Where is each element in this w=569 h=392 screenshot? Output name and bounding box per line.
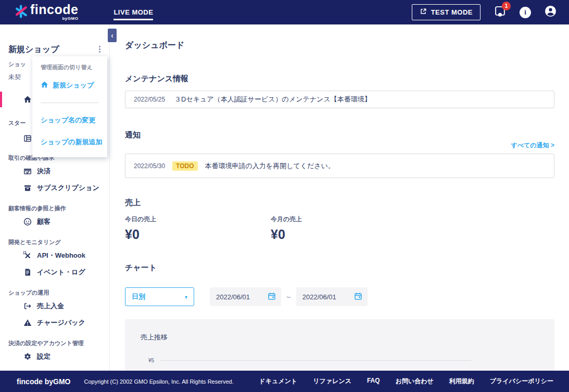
external-link-icon <box>420 8 427 17</box>
payout-icon <box>23 302 32 310</box>
today-sales-label: 今日の売上 <box>125 215 271 224</box>
maintenance-message: ３Dセキュア（本人認証サービス）のメンテナンス【本番環境】 <box>174 95 371 104</box>
notification-item[interactable]: 2022/05/30 TODO 本番環境申請の入力を再開してください。 <box>125 154 554 178</box>
notification-date: 2022/05/30 <box>134 162 165 170</box>
today-sales-value: ¥0 <box>125 227 271 242</box>
sidebar-item-event-log[interactable]: イベント・ログ <box>0 264 109 281</box>
footer-brand: fincode byGMO <box>17 377 70 386</box>
menu-divider <box>41 103 99 103</box>
chart-heading: チャート <box>125 263 554 273</box>
active-indicator <box>0 92 2 107</box>
chevron-down-icon: ▾ <box>185 294 187 300</box>
fincode-star-icon <box>15 3 28 22</box>
logo-sub-text: byGMO <box>62 17 78 21</box>
notification-message: 本番環境申請の入力を再開してください。 <box>205 161 335 171</box>
sidebar-item-label: API・Webhook <box>37 251 85 260</box>
main-content: ダッシュボード メンテナンス情報 2022/05/25 ３Dセキュア（本人認証サ… <box>110 24 569 371</box>
chart-period-value: 日別 <box>132 292 145 301</box>
gridline <box>160 360 471 361</box>
top-navbar: fincode byGMO LIVE MODE TEST MODE <box>0 0 569 24</box>
home-icon <box>23 95 32 104</box>
chart-period-select[interactable]: 日別 ▾ <box>125 287 194 306</box>
info-icon: i <box>520 7 531 18</box>
test-mode-button[interactable]: TEST MODE <box>412 4 481 20</box>
notifications-heading: 通知 <box>125 130 554 140</box>
sidebar-item-label: 設定 <box>37 352 50 361</box>
log-icon <box>23 268 32 276</box>
shop-add-link[interactable]: ショップの新規追加 <box>41 137 107 147</box>
date-range-separator: ~ <box>286 293 291 301</box>
footer-link-terms[interactable]: 利用規約 <box>449 377 474 386</box>
sidebar-item-subscription[interactable]: サブスクリプション <box>0 180 109 196</box>
warning-icon <box>23 319 32 327</box>
maintenance-heading: メンテナンス情報 <box>125 74 554 84</box>
help-button[interactable]: i <box>520 7 531 18</box>
date-to-input[interactable]: 2022/06/01 <box>296 287 368 306</box>
fincode-dashboard: fincode byGMO LIVE MODE TEST MODE <box>0 0 569 392</box>
y-axis-tick: ¥5 <box>141 358 154 363</box>
sidebar-item-payout[interactable]: 売上入金 <box>0 298 109 314</box>
sidebar-item-payments[interactable]: 決済 <box>0 163 109 180</box>
live-mode-tab[interactable]: LIVE MODE <box>113 8 153 20</box>
month-sales-label: 今月の売上 <box>271 215 416 224</box>
chevron-left-icon: ‹ <box>111 31 113 40</box>
notifications-button[interactable]: 1 <box>494 5 506 19</box>
sidebar-item-label: サブスクリプション <box>37 183 99 193</box>
sidebar-section-settings: 決済の設定やアカウント管理 <box>8 339 109 347</box>
maintenance-date: 2022/05/25 <box>134 96 165 103</box>
shop-menu-header: 管理画面の切り替え <box>41 64 107 71</box>
payment-icon <box>23 167 32 175</box>
sales-trend-chart: 売上推移 ¥5 ¥4 <box>125 319 554 371</box>
page-title: ダッシュボード <box>125 40 554 51</box>
footer-link-faq[interactable]: FAQ <box>367 377 380 386</box>
user-icon <box>545 5 557 19</box>
customer-icon <box>23 218 32 226</box>
footer-copyright: Copyright (C) 2002 GMO Epsilon, Inc. All… <box>84 378 233 385</box>
sidebar-section-customers: 顧客情報の参照と操作 <box>8 205 109 212</box>
sidebar-item-label: チャージバック <box>37 318 85 327</box>
view-all-notifications-link[interactable]: すべての通知 > <box>511 141 554 150</box>
footer: fincode byGMO Copyright (C) 2002 GMO Eps… <box>0 371 569 392</box>
tools-icon <box>23 251 32 260</box>
sidebar-section-shop-ops: ショップの運用 <box>8 289 109 297</box>
sidebar-item-api-webhook[interactable]: API・Webhook <box>0 247 109 264</box>
sidebar-item-chargeback[interactable]: チャージバック <box>0 314 109 331</box>
footer-link-docs[interactable]: ドキュメント <box>259 377 298 386</box>
shop-menu-current-shop[interactable]: 新規ショップ <box>41 81 107 90</box>
sidebar-section-dev: 開発とモニタリング <box>8 238 109 246</box>
subscription-icon <box>23 184 32 192</box>
sidebar-item-label: 決済 <box>37 167 50 176</box>
chart-panel-title: 売上推移 <box>141 333 539 342</box>
sidebar-item-label: 顧客 <box>37 217 50 226</box>
account-button[interactable] <box>545 5 557 19</box>
footer-link-privacy[interactable]: プライバシーポリシー <box>490 377 553 386</box>
sidebar-collapse-button[interactable]: ‹ <box>108 29 117 42</box>
shop-rename-link[interactable]: ショップ名の変更 <box>41 116 107 125</box>
gear-icon <box>23 352 32 361</box>
calendar-icon <box>268 292 276 302</box>
date-from-input[interactable]: 2022/06/01 <box>210 287 281 306</box>
sidebar-item-settings[interactable]: 設定 <box>0 348 109 365</box>
logo-brand-text: fincode <box>30 3 78 16</box>
test-mode-label: TEST MODE <box>431 8 473 16</box>
fincode-logo[interactable]: fincode byGMO <box>15 3 78 22</box>
calendar-icon <box>354 292 362 302</box>
shop-switcher-menu: 管理画面の切り替え 新規ショップ ショップ名の変更 ショップの新規追加 <box>32 56 107 157</box>
notification-count-badge: 1 <box>502 2 511 10</box>
sidebar-item-customers[interactable]: 顧客 <box>0 213 109 230</box>
sidebar-item-label: 売上入金 <box>37 301 64 311</box>
sidebar-item-label: イベント・ログ <box>37 268 85 277</box>
home-icon <box>41 81 48 90</box>
footer-link-reference[interactable]: リファレンス <box>313 377 351 386</box>
month-sales-value: ¥0 <box>271 227 416 242</box>
shop-menu-kebab-icon[interactable] <box>97 44 102 54</box>
shop-menu-current-label: 新規ショップ <box>53 81 94 90</box>
guide-icon <box>23 134 32 143</box>
footer-link-contact[interactable]: お問い合わせ <box>396 377 434 386</box>
shop-name-heading: 新規ショップ <box>8 44 59 55</box>
date-from-value: 2022/06/01 <box>216 293 250 301</box>
todo-badge: TODO <box>172 161 197 171</box>
maintenance-item[interactable]: 2022/05/25 ３Dセキュア（本人認証サービス）のメンテナンス【本番環境】 <box>125 91 554 108</box>
date-to-value: 2022/06/01 <box>302 293 336 301</box>
sales-heading: 売上 <box>125 198 554 208</box>
